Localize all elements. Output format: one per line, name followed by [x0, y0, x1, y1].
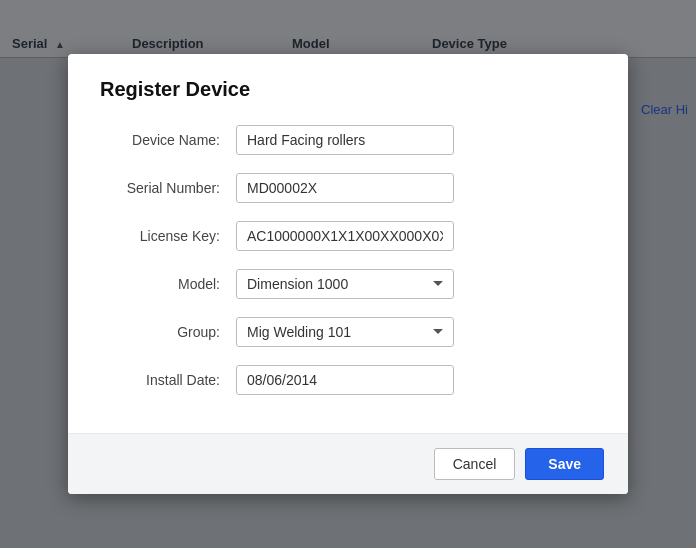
- device-name-input[interactable]: [236, 125, 454, 155]
- serial-number-row: Serial Number:: [100, 173, 596, 203]
- cancel-button[interactable]: Cancel: [434, 448, 516, 480]
- serial-number-label: Serial Number:: [100, 180, 220, 196]
- group-select[interactable]: Mig Welding 101 Mig Welding 102 Other: [236, 317, 454, 347]
- device-name-label: Device Name:: [100, 132, 220, 148]
- dialog-title: Register Device: [100, 78, 596, 101]
- dialog-footer: Cancel Save: [68, 433, 628, 494]
- dialog-body: Register Device Device Name: Serial Numb…: [68, 54, 628, 433]
- license-key-label: License Key:: [100, 228, 220, 244]
- install-date-row: Install Date:: [100, 365, 596, 395]
- modal-overlay: Register Device Device Name: Serial Numb…: [0, 0, 696, 548]
- install-date-input[interactable]: [236, 365, 454, 395]
- model-select[interactable]: Dimension 1000 Dimension 2000 Dimension …: [236, 269, 454, 299]
- group-label: Group:: [100, 324, 220, 340]
- license-key-row: License Key:: [100, 221, 596, 251]
- register-device-dialog: Register Device Device Name: Serial Numb…: [68, 54, 628, 494]
- license-key-input[interactable]: [236, 221, 454, 251]
- device-name-row: Device Name:: [100, 125, 596, 155]
- model-row: Model: Dimension 1000 Dimension 2000 Dim…: [100, 269, 596, 299]
- serial-number-input[interactable]: [236, 173, 454, 203]
- save-button[interactable]: Save: [525, 448, 604, 480]
- group-row: Group: Mig Welding 101 Mig Welding 102 O…: [100, 317, 596, 347]
- install-date-label: Install Date:: [100, 372, 220, 388]
- model-label: Model:: [100, 276, 220, 292]
